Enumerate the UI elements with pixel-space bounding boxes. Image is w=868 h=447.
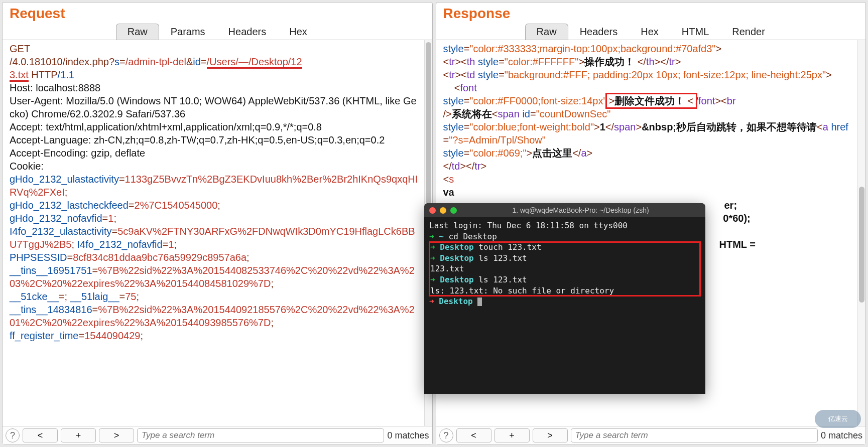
minimize-icon[interactable]	[440, 207, 446, 214]
tab-hex[interactable]: Hex	[278, 24, 319, 40]
accept-enc-header: Accept-Encoding: gzip, deflate	[10, 147, 145, 159]
request-footer: ? < + > 0 matches	[3, 426, 432, 444]
response-scrollbar[interactable]	[857, 40, 865, 426]
tab-html[interactable]: HTML	[670, 24, 720, 40]
next-button[interactable]: >	[533, 428, 568, 442]
match-count: 0 matches	[387, 430, 429, 441]
help-button[interactable]: ?	[439, 428, 453, 442]
response-title: Response	[436, 3, 866, 23]
request-title: Request	[3, 3, 432, 23]
cookie-line: gHdo_2132_nofavfid=1;	[10, 213, 116, 224]
prompt-arrow-icon: ➜	[430, 253, 440, 263]
add-button[interactable]: +	[61, 428, 96, 442]
cookie-line: __tins__16951751=%7B%22sid%22%3A%2015440…	[10, 265, 415, 289]
response-footer: ? < + > 0 matches	[436, 426, 866, 444]
cursor-icon	[477, 297, 482, 306]
tab-params[interactable]: Params	[159, 24, 217, 40]
request-panel: Request Raw Params Headers Hex GET /4.0.…	[2, 2, 433, 445]
match-count: 0 matches	[821, 430, 862, 441]
prompt-arrow-icon: ➜	[430, 275, 440, 284]
help-button[interactable]: ?	[6, 428, 20, 442]
tab-hex[interactable]: Hex	[629, 24, 670, 40]
close-icon[interactable]	[429, 207, 436, 214]
cookie-label: Cookie:	[10, 161, 44, 172]
tab-render[interactable]: Render	[720, 24, 777, 40]
request-path: /4.0.181010/index.php?	[10, 56, 114, 67]
tab-raw[interactable]: Raw	[116, 24, 159, 40]
delete-success-highlight: >删除文件成功！ <	[607, 94, 696, 107]
cookie-line: PHPSESSID=8cf834c81ddaa9bc76a59929c8957a…	[10, 252, 250, 263]
prompt-arrow-icon: ➜	[429, 296, 439, 306]
cookie-line: I4fo_2132_ulastactivity=5c9aKV%2FTNY30AR…	[10, 226, 415, 250]
search-input[interactable]	[137, 428, 384, 442]
add-button[interactable]: +	[494, 428, 530, 442]
terminal-titlebar[interactable]: 1. wq@wqdeMacBook-Pro: ~/Desktop (zsh)	[424, 203, 705, 217]
tab-headers[interactable]: Headers	[217, 24, 278, 40]
maximize-icon[interactable]	[450, 207, 457, 214]
prev-button[interactable]: <	[456, 428, 491, 442]
tab-raw[interactable]: Raw	[525, 24, 568, 40]
path-highlight: /Users/—/Desktop/12	[207, 56, 302, 69]
cookie-line: __51cke__=; __51laig__=75;	[10, 291, 139, 302]
cookie-line: gHdo_2132_lastcheckfeed=2%7C1540545000;	[10, 200, 220, 211]
tab-headers[interactable]: Headers	[568, 24, 630, 40]
terminal-window[interactable]: 1. wq@wqdeMacBook-Pro: ~/Desktop (zsh) L…	[424, 203, 705, 394]
request-raw-content[interactable]: GET /4.0.181010/index.php?s=/admin-tpl-d…	[3, 40, 424, 426]
search-input[interactable]	[571, 428, 818, 442]
terminal-title: 1. wq@wqdeMacBook-Pro: ~/Desktop (zsh)	[461, 206, 700, 214]
terminal-line: Last login: Thu Dec 6 18:11:58 on ttys00…	[429, 220, 700, 231]
cookie-line: gHdo_2132_ulastactivity=1133gZ5BvvzTn%2B…	[10, 174, 418, 198]
ua-header: User-Agent: Mozilla/5.0 (Windows NT 10.0…	[10, 95, 417, 119]
watermark: 亿速云	[815, 410, 861, 428]
host-header: Host: localhost:8888	[10, 82, 100, 93]
response-tabs: Raw Headers Hex HTML Render	[436, 23, 866, 40]
request-tabs: Raw Params Headers Hex	[3, 23, 432, 40]
http-method: GET	[10, 43, 30, 54]
cookie-line: ff_register_time=1544090429;	[10, 330, 143, 341]
terminal-body[interactable]: Last login: Thu Dec 6 18:11:58 on ttys00…	[424, 217, 705, 310]
accept-lang-header: Accept-Language: zh-CN,zh;q=0.8,zh-TW;q=…	[10, 134, 385, 145]
next-button[interactable]: >	[99, 428, 134, 442]
terminal-highlight: ➜ Desktop touch 123.txt ➜ Desktop ls 123…	[429, 242, 700, 296]
cookie-line: __tins__14834816=%7B%22sid%22%3A%2015440…	[10, 304, 415, 328]
accept-header: Accept: text/html,application/xhtml+xml,…	[10, 121, 322, 132]
prompt-arrow-icon: ➜	[429, 232, 439, 241]
prev-button[interactable]: <	[23, 428, 58, 442]
prompt-arrow-icon: ➜	[430, 242, 440, 252]
